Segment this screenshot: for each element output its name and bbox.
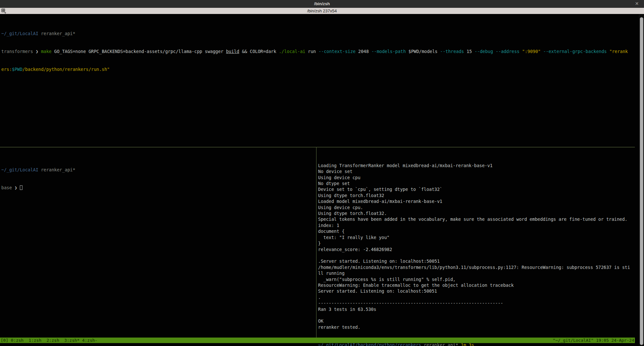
- cmd-make: make: [41, 49, 52, 54]
- pane-divider-horizontal[interactable]: [0, 147, 635, 147]
- titlebar[interactable]: /bin/zsh ✕: [0, 0, 644, 8]
- flag-debug: --debug: [475, 49, 493, 54]
- value-models-path: $PWD/models: [406, 49, 440, 54]
- flag-context-size: --context-size: [318, 49, 356, 54]
- terminal-area: ~/_git/LocalAI reranker_api* transformer…: [0, 14, 644, 346]
- flag-threads: --threads: [440, 49, 464, 54]
- cmd-operator: && COLOR=dark: [239, 49, 279, 54]
- terminal-cursor: [20, 185, 22, 190]
- wrap-pwd-var: $PWD: [12, 67, 23, 72]
- flag-external-grpc-backends: --external-grpc-backends: [543, 49, 607, 54]
- wrap-pre: ers:: [1, 67, 12, 72]
- status-window-list[interactable]: [0] 0:zsh 1:zsh 2:zsh 3:zsh* 4:zsh-: [1, 338, 97, 343]
- git-branch: reranker_api: [38, 167, 73, 172]
- tab-title: /bin/zsh 237x54: [307, 8, 337, 13]
- git-dirty-star: *: [73, 167, 75, 172]
- conda-env: transformers: [1, 49, 36, 54]
- prompt-path: ~/_git/LocalAI: [1, 31, 38, 36]
- value-external-open: "rerank: [607, 49, 628, 54]
- git-branch: reranker_api: [38, 31, 73, 36]
- terminal-window: /bin/zsh ✕ /bin/zsh 237x54 ~/_git/LocalA…: [0, 0, 644, 346]
- layout-grid-icon[interactable]: [1, 8, 7, 14]
- tab-bar[interactable]: /bin/zsh 237x54: [0, 8, 644, 14]
- cmd-run: run: [305, 49, 319, 54]
- pane-bottom-right[interactable]: Loading TransformerRanker model mixedbre…: [318, 151, 634, 346]
- log-output: Loading TransformerRanker model mixedbre…: [318, 163, 634, 330]
- flag-address: --address: [496, 49, 519, 54]
- flag-models-path: --models-path: [371, 49, 406, 54]
- value-threads: 15: [464, 49, 475, 54]
- value-context-size: 2048: [356, 49, 371, 54]
- prompt-chevron: ❯: [36, 49, 41, 54]
- conda-env: base: [1, 185, 15, 190]
- cmd-build-target: build: [226, 49, 239, 54]
- status-session-info: "~/_git/LocalAI" 19:05 24-Apr-24: [553, 338, 634, 343]
- shell-prompt-line: base ❯: [1, 185, 314, 191]
- pane-divider-vertical[interactable]: [316, 147, 316, 338]
- cmd-local-ai: ./local-ai: [279, 49, 305, 54]
- cmd-args: GO_TAGS=none GRPC_BACKENDS=backend-asset…: [51, 49, 226, 54]
- prompt-chevron: ❯: [15, 185, 20, 190]
- window-title: /bin/zsh: [314, 1, 330, 6]
- git-prompt-line: ~/_git/LocalAI reranker_api*: [1, 31, 634, 36]
- scrollbar-thumb[interactable]: [640, 17, 643, 345]
- close-icon[interactable]: ✕: [635, 1, 639, 6]
- git-prompt-line: ~/_git/LocalAI reranker_api*: [1, 167, 314, 173]
- git-dirty-star: *: [73, 31, 75, 36]
- scrollbar[interactable]: [639, 14, 644, 346]
- pane-bottom-left[interactable]: ~/_git/LocalAI reranker_api* base ❯: [1, 155, 314, 203]
- command-line-wrap: ers:$PWD/backend/python/rerankers/run.sh…: [1, 66, 634, 72]
- tmux-status-bar: [0] 0:zsh 1:zsh 2:zsh 3:zsh* 4:zsh- "~/_…: [0, 338, 635, 343]
- prompt-path: ~/_git/LocalAI: [1, 167, 38, 172]
- value-address: ":9090": [519, 49, 543, 54]
- space: [493, 49, 496, 54]
- wrap-post: /backend/python/rerankers/run.sh": [22, 67, 110, 72]
- pane-top[interactable]: ~/_git/LocalAI reranker_api* transformer…: [1, 19, 634, 84]
- command-line: transformers ❯ make GO_TAGS=none GRPC_BA…: [1, 48, 634, 54]
